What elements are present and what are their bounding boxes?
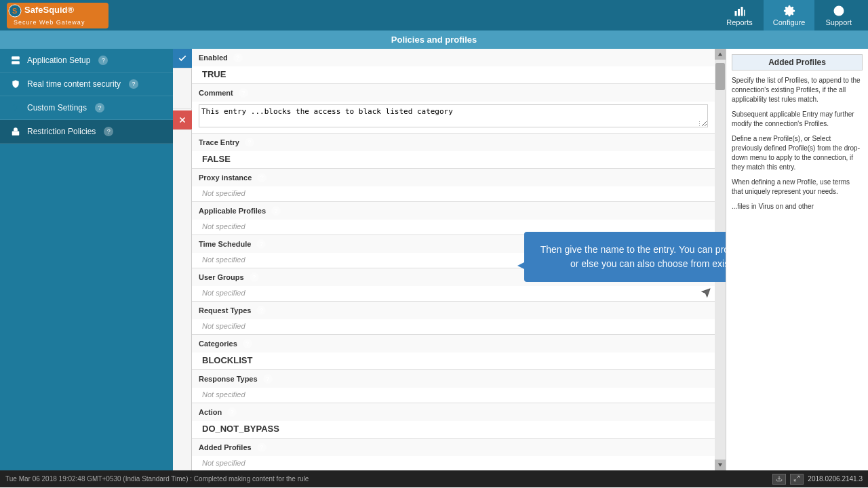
action-value: DO_NOT_BYPASS (199, 422, 283, 436)
help-icon-enabled[interactable]: ? (233, 53, 243, 62)
svg-line-32 (797, 476, 800, 478)
sidebar-item-restriction-policies[interactable]: Restriction Policies ? (0, 120, 173, 144)
added-profiles-label: Added Profiles (199, 443, 252, 451)
field-comment: Comment ? This entry ...blocks the acces… (192, 84, 715, 134)
help-icon-user-groups[interactable]: ? (250, 272, 259, 282)
field-added-profiles: Added Profiles ? Not specified (192, 439, 715, 470)
field-trace-entry: Trace Entry ? FALSE (192, 134, 715, 169)
field-proxy-instance: Proxy instance ? Not specified (192, 169, 715, 202)
resize-handle: ⋮ (696, 121, 703, 127)
scroll-down-button[interactable] (715, 460, 726, 470)
svg-rect-5 (734, 11, 736, 16)
svg-rect-6 (738, 9, 740, 16)
sidebar-item-custom-settings[interactable]: Custom Settings ? (0, 96, 173, 120)
enabled-icon (173, 49, 192, 68)
help-icon-applicable-profiles[interactable]: ? (271, 206, 281, 216)
sidebar-item-realtime-security[interactable]: Real time content security ? (0, 73, 173, 96)
help-icon-custom-settings[interactable]: ? (95, 103, 104, 113)
svg-marker-28 (702, 289, 710, 297)
content-area: Enabled ? TRUE Comment ? (173, 49, 868, 470)
request-types-label-row: Request Types ? (192, 302, 715, 319)
chart-icon (734, 5, 746, 17)
comment-label: Comment (199, 89, 233, 97)
scroll-up-button[interactable] (715, 49, 726, 60)
request-types-value: Not specified (199, 320, 249, 332)
lock-icon (9, 127, 22, 136)
tooltip: Then give the name to the entry. You can… (524, 232, 726, 282)
help-icon-application-setup[interactable]: ? (98, 56, 108, 65)
trace-entry-label: Trace Entry (199, 138, 239, 146)
configure-nav-button[interactable]: Configure (764, 0, 815, 30)
support-nav-button[interactable]: Support (816, 0, 861, 30)
svg-rect-8 (744, 9, 745, 16)
time-schedule-label: Time Schedule (199, 240, 251, 248)
help-icon-realtime[interactable]: ? (129, 79, 138, 89)
sidebar-item-application-setup[interactable]: Application Setup ? (0, 49, 173, 73)
trace-entry-value-row: FALSE (192, 151, 715, 168)
proxy-instance-value-row: Not specified (192, 186, 715, 201)
time-schedule-value: Not specified (199, 253, 249, 266)
sub-header: Policies and profiles (0, 30, 868, 49)
help-icon-time-schedule[interactable]: ? (256, 239, 266, 249)
configure-label: Configure (773, 18, 806, 26)
header: SafeSquid® Secure Web Gateway S Reports … (0, 0, 868, 30)
categories-value: BLOCKLIST (199, 353, 256, 367)
version-text: 2018.0206.2141.3 (808, 475, 863, 483)
help-icon-added-profiles[interactable]: ? (257, 443, 267, 452)
comment-value-row: This entry ...blocks the access to black… (192, 102, 715, 133)
trace-entry-value: FALSE (199, 152, 234, 166)
svg-marker-29 (718, 53, 722, 56)
response-types-value-row: Not specified (192, 388, 715, 403)
help-icon-request-types[interactable]: ? (256, 306, 266, 315)
icon-column (173, 49, 192, 470)
help-icon-comment[interactable]: ? (239, 88, 248, 98)
categories-label-row: Categories ? (192, 335, 715, 352)
right-panel-p2: Subsequent applicable Entry may further … (732, 110, 863, 129)
safesquid-logo: SafeSquid® Secure Web Gateway S (7, 3, 108, 28)
applicable-profiles-label: Applicable Profiles (199, 207, 266, 215)
svg-text:SafeSquid®: SafeSquid® (24, 5, 75, 15)
right-panel-title: Added Profiles (732, 54, 863, 70)
send-icon-user-groups[interactable] (701, 288, 711, 299)
field-applicable-profiles: Applicable Profiles ? Not specified (192, 202, 715, 235)
proxy-instance-label-row: Proxy instance ? (192, 169, 715, 186)
svg-point-19 (14, 104, 15, 106)
sidebar: Application Setup ? Real time content se… (0, 49, 173, 470)
settings-icon (783, 5, 795, 17)
svg-rect-12 (12, 56, 20, 60)
scrollbar-thumb[interactable] (715, 63, 725, 90)
svg-rect-7 (741, 7, 743, 16)
comment-icon-row (173, 68, 192, 109)
right-panel: Added Profiles Specify the list of Profi… (726, 49, 868, 470)
response-types-label: Response Types (199, 375, 258, 383)
enabled-label-row: Enabled ? (192, 49, 715, 66)
svg-point-21 (14, 109, 16, 110)
applicable-profiles-value: Not specified (199, 220, 249, 232)
added-profiles-value: Not specified (199, 457, 249, 469)
support-icon (833, 5, 845, 17)
request-types-value-row: Not specified (192, 319, 715, 334)
field-request-types: Request Types ? Not specified (192, 302, 715, 335)
help-icon-response-types[interactable]: ? (263, 374, 273, 384)
request-types-label: Request Types (199, 306, 251, 314)
help-icon-action[interactable]: ? (227, 407, 237, 417)
fields-panel: Enabled ? TRUE Comment ? (192, 49, 726, 470)
reports-nav-button[interactable]: Reports (717, 0, 762, 30)
sidebar-item-label: Real time content security (27, 79, 121, 89)
statusbar-fullscreen-button[interactable] (790, 474, 804, 485)
added-profiles-label-row: Added Profiles ? (192, 439, 715, 456)
right-panel-p3: Define a new Profile(s), or Select previ… (732, 134, 863, 172)
help-icon-restriction-policies[interactable]: ? (104, 127, 113, 136)
sidebar-item-label: Custom Settings (27, 103, 87, 113)
right-panel-p5: ...files in Virus on and other (732, 202, 863, 211)
help-icon-trace-entry[interactable]: ? (245, 138, 254, 147)
statusbar-download-button[interactable] (772, 474, 786, 485)
field-response-types: Response Types ? Not specified (192, 370, 715, 403)
check-icon (178, 54, 187, 63)
svg-rect-22 (12, 131, 20, 135)
proxy-instance-value: Not specified (199, 187, 249, 199)
logo-area: SafeSquid® Secure Web Gateway S (7, 3, 717, 28)
comment-textarea[interactable]: This entry ...blocks the access to black… (199, 104, 708, 127)
help-icon-proxy-instance[interactable]: ? (257, 173, 267, 182)
help-icon-categories[interactable]: ? (243, 339, 252, 348)
